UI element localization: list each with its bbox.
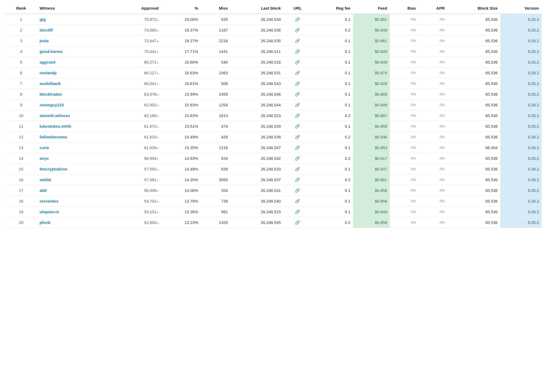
cell-url[interactable]: 🔗 — [283, 185, 312, 196]
url-link-icon[interactable]: 🔗 — [295, 103, 300, 107]
witness-link[interactable]: utopian-io — [40, 209, 59, 214]
cell-url[interactable]: 🔗 — [283, 164, 312, 174]
url-link-icon[interactable]: 🔗 — [295, 167, 300, 171]
cell-url[interactable]: 🔗 — [283, 207, 312, 217]
cell-url[interactable]: 🔗 — [283, 36, 312, 46]
witness-link[interactable]: abit — [40, 188, 47, 193]
cell-witness[interactable]: timcliff — [37, 25, 114, 36]
cell-version: 0.20.2 — [500, 174, 542, 185]
url-link-icon[interactable]: 🔗 — [295, 188, 300, 193]
cell-witness[interactable]: lukestokes.mhth — [37, 121, 114, 132]
cell-url[interactable]: 🔗 — [283, 25, 312, 36]
witness-link[interactable]: jesta — [40, 38, 49, 43]
url-link-icon[interactable]: 🔗 — [295, 17, 300, 22]
cell-url[interactable]: 🔗 — [283, 142, 312, 153]
cell-approval: 62,952м — [114, 100, 161, 110]
cell-miss: 1218 — [201, 142, 230, 153]
cell-url[interactable]: 🔗 — [283, 121, 312, 132]
cell-url[interactable]: 🔗 — [283, 100, 312, 110]
cell-url[interactable]: 🔗 — [283, 57, 312, 68]
cell-url[interactable]: 🔗 — [283, 110, 312, 121]
witness-link[interactable]: roelandp — [40, 71, 56, 75]
witness-link[interactable]: thecryptodrive — [40, 167, 67, 171]
cell-witness[interactable]: xeldal — [37, 174, 114, 185]
cell-witness[interactable]: utopian-io — [37, 207, 114, 217]
url-link-icon[interactable]: 🔗 — [295, 209, 300, 214]
url-link-icon[interactable]: 🔗 — [295, 177, 300, 182]
cell-url[interactable]: 🔗 — [283, 132, 312, 142]
url-link-icon[interactable]: 🔗 — [295, 113, 300, 118]
cell-feed: $0.867 — [353, 110, 390, 121]
cell-bias: 0% — [390, 164, 419, 174]
witness-link[interactable]: anyx — [40, 156, 49, 161]
cell-url[interactable]: 🔗 — [283, 78, 312, 89]
cell-lastblock: 26,248,515 — [230, 207, 283, 217]
witness-link[interactable]: curie — [40, 145, 49, 150]
url-link-icon[interactable]: 🔗 — [295, 92, 300, 96]
cell-url[interactable]: 🔗 — [283, 68, 312, 78]
witness-link[interactable]: smooth.witness — [40, 113, 70, 118]
cell-witness[interactable]: someguy123 — [37, 100, 114, 110]
cell-blocksize: 65,536 — [447, 36, 500, 46]
cell-url[interactable]: 🔗 — [283, 46, 312, 57]
cell-rank: 13 — [5, 142, 37, 153]
header-apr: APR — [419, 3, 447, 14]
witness-link[interactable]: someguy123 — [40, 103, 64, 107]
cell-witness[interactable]: ausbitbank — [37, 78, 114, 89]
url-link-icon[interactable]: 🔗 — [295, 38, 300, 43]
url-link-icon[interactable]: 🔗 — [295, 135, 300, 139]
cell-witness[interactable]: pfunk — [37, 217, 114, 228]
cell-miss: 508 — [201, 78, 230, 89]
cell-witness[interactable]: anyx — [37, 153, 114, 164]
cell-feed: $0.849 — [353, 207, 390, 217]
cell-witness[interactable]: followbtcnews — [37, 132, 114, 142]
cell-witness[interactable]: cervantes — [37, 196, 114, 207]
cell-url[interactable]: 🔗 — [283, 14, 312, 25]
witness-link[interactable]: timcliff — [40, 28, 53, 32]
cell-url[interactable]: 🔗 — [283, 89, 312, 100]
cell-rank: 20 — [5, 217, 37, 228]
witness-link[interactable]: good-karma — [40, 49, 62, 54]
witness-link[interactable]: ausbitbank — [40, 81, 61, 86]
witness-link[interactable]: pfunk — [40, 220, 50, 225]
cell-version: 0.20.2 — [500, 142, 542, 153]
url-link-icon[interactable]: 🔗 — [295, 71, 300, 75]
cell-blocksize: 98,304 — [447, 142, 500, 153]
url-link-icon[interactable]: 🔗 — [295, 156, 300, 161]
cell-witness[interactable]: smooth.witness — [37, 110, 114, 121]
cell-version: 0.20.2 — [500, 217, 542, 228]
cell-witness[interactable]: thecryptodrive — [37, 164, 114, 174]
cell-witness[interactable]: aggroed — [37, 57, 114, 68]
cell-witness[interactable]: curie — [37, 142, 114, 153]
cell-witness[interactable]: blocktrades — [37, 89, 114, 100]
cell-url[interactable]: 🔗 — [283, 174, 312, 185]
witness-link[interactable]: followbtcnews — [40, 135, 67, 139]
cell-blocksize: 65,536 — [447, 121, 500, 132]
cell-witness[interactable]: jesta — [37, 36, 114, 46]
url-link-icon[interactable]: 🔗 — [295, 124, 300, 129]
witness-link[interactable]: aggroed — [40, 60, 55, 64]
url-link-icon[interactable]: 🔗 — [295, 145, 300, 150]
cell-feed: $0.851 — [353, 14, 390, 25]
url-link-icon[interactable]: 🔗 — [295, 60, 300, 64]
witness-link[interactable]: cervantes — [40, 199, 58, 203]
cell-url[interactable]: 🔗 — [283, 153, 312, 164]
witness-link[interactable]: xeldal — [40, 177, 51, 182]
cell-witness[interactable]: gtg — [37, 14, 114, 25]
table-row: 11lukestokes.mhth61,672м15.51%47426,248,… — [5, 121, 542, 132]
cell-url[interactable]: 🔗 — [283, 217, 312, 228]
witness-link[interactable]: blocktrades — [40, 92, 62, 96]
cell-witness[interactable]: roelandp — [37, 68, 114, 78]
cell-blocksize: 65,536 — [447, 68, 500, 78]
url-link-icon[interactable]: 🔗 — [295, 49, 300, 54]
witness-link[interactable]: lukestokes.mhth — [40, 124, 71, 129]
url-link-icon[interactable]: 🔗 — [295, 28, 300, 32]
url-link-icon[interactable]: 🔗 — [295, 220, 300, 225]
witness-link[interactable]: gtg — [40, 17, 46, 22]
url-link-icon[interactable]: 🔗 — [295, 81, 300, 86]
cell-witness[interactable]: abit — [37, 185, 114, 196]
cell-url[interactable]: 🔗 — [283, 196, 312, 207]
cell-apr: 0% — [419, 57, 447, 68]
cell-witness[interactable]: good-karma — [37, 46, 114, 57]
url-link-icon[interactable]: 🔗 — [295, 199, 300, 203]
